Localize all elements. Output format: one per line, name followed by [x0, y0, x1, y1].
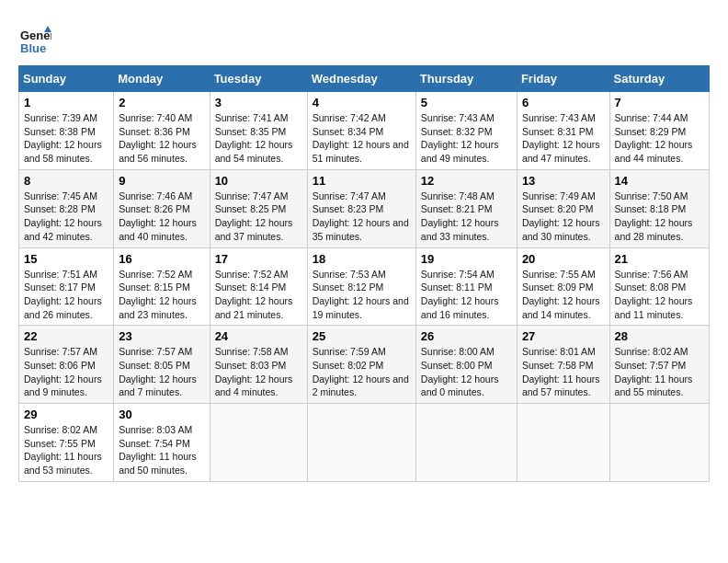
day-info: Sunrise: 8:02 AM Sunset: 7:55 PM Dayligh… — [24, 423, 108, 477]
calendar-day-cell: 22Sunrise: 7:57 AM Sunset: 8:06 PM Dayli… — [19, 326, 114, 404]
calendar-week-row: 22Sunrise: 7:57 AM Sunset: 8:06 PM Dayli… — [19, 326, 710, 404]
day-number: 4 — [313, 96, 411, 109]
calendar-day-cell: 23Sunrise: 7:57 AM Sunset: 8:05 PM Dayli… — [114, 326, 210, 404]
day-number: 19 — [421, 252, 512, 266]
calendar-day-cell: 15Sunrise: 7:51 AM Sunset: 8:17 PM Dayli… — [19, 247, 114, 326]
calendar-day-cell: 11Sunrise: 7:47 AM Sunset: 8:23 PM Dayli… — [307, 169, 415, 247]
day-info: Sunrise: 7:55 AM Sunset: 8:09 PM Dayligh… — [522, 268, 605, 322]
day-info: Sunrise: 7:45 AM Sunset: 8:28 PM Dayligh… — [24, 190, 108, 244]
calendar-day-cell: 4Sunrise: 7:42 AM Sunset: 8:34 PM Daylig… — [307, 92, 415, 170]
day-number: 8 — [24, 174, 108, 188]
calendar-day-cell — [210, 404, 307, 482]
day-info: Sunrise: 7:50 AM Sunset: 8:18 PM Dayligh… — [615, 190, 704, 244]
day-info: Sunrise: 7:59 AM Sunset: 8:02 PM Dayligh… — [313, 345, 411, 399]
calendar-day-cell — [415, 404, 517, 482]
calendar-day-cell: 12Sunrise: 7:48 AM Sunset: 8:21 PM Dayli… — [415, 169, 517, 247]
day-number: 24 — [215, 329, 302, 343]
calendar-day-cell: 2Sunrise: 7:40 AM Sunset: 8:36 PM Daylig… — [114, 92, 210, 170]
svg-text:Blue: Blue — [20, 41, 46, 55]
calendar-day-cell: 5Sunrise: 7:43 AM Sunset: 8:32 PM Daylig… — [415, 92, 517, 170]
day-info: Sunrise: 7:58 AM Sunset: 8:03 PM Dayligh… — [215, 345, 302, 399]
calendar-day-cell: 27Sunrise: 8:01 AM Sunset: 7:58 PM Dayli… — [517, 326, 609, 404]
day-info: Sunrise: 7:43 AM Sunset: 8:31 PM Dayligh… — [522, 111, 605, 166]
day-number: 23 — [119, 329, 204, 343]
day-info: Sunrise: 7:54 AM Sunset: 8:11 PM Dayligh… — [421, 268, 512, 322]
day-info: Sunrise: 7:52 AM Sunset: 8:14 PM Dayligh… — [215, 268, 302, 322]
weekday-header: Tuesday — [210, 66, 307, 92]
day-number: 11 — [313, 174, 411, 188]
calendar-day-cell: 7Sunrise: 7:44 AM Sunset: 8:29 PM Daylig… — [609, 92, 709, 170]
calendar-day-cell — [517, 404, 609, 482]
calendar-day-cell: 25Sunrise: 7:59 AM Sunset: 8:02 PM Dayli… — [307, 326, 415, 404]
day-info: Sunrise: 8:00 AM Sunset: 8:00 PM Dayligh… — [421, 345, 512, 399]
calendar-week-row: 15Sunrise: 7:51 AM Sunset: 8:17 PM Dayli… — [19, 247, 710, 326]
calendar-day-cell: 9Sunrise: 7:46 AM Sunset: 8:26 PM Daylig… — [114, 169, 210, 247]
calendar-table: SundayMondayTuesdayWednesdayThursdayFrid… — [18, 65, 710, 482]
calendar-day-cell: 10Sunrise: 7:47 AM Sunset: 8:25 PM Dayli… — [210, 169, 307, 247]
day-number: 12 — [421, 174, 512, 188]
day-info: Sunrise: 8:02 AM Sunset: 7:57 PM Dayligh… — [615, 345, 704, 399]
day-number: 10 — [215, 174, 302, 188]
day-number: 27 — [522, 329, 605, 343]
day-number: 7 — [615, 96, 704, 109]
day-number: 14 — [615, 174, 704, 188]
calendar-week-row: 8Sunrise: 7:45 AM Sunset: 8:28 PM Daylig… — [19, 169, 710, 247]
day-number: 2 — [119, 96, 204, 109]
day-number: 15 — [24, 252, 108, 266]
calendar-week-row: 1Sunrise: 7:39 AM Sunset: 8:38 PM Daylig… — [19, 92, 710, 170]
day-number: 29 — [24, 408, 108, 421]
weekday-header: Monday — [114, 66, 210, 92]
day-number: 20 — [522, 252, 605, 266]
weekday-header-row: SundayMondayTuesdayWednesdayThursdayFrid… — [19, 66, 710, 92]
weekday-header: Thursday — [415, 66, 517, 92]
day-info: Sunrise: 8:01 AM Sunset: 7:58 PM Dayligh… — [522, 345, 605, 399]
day-info: Sunrise: 7:46 AM Sunset: 8:26 PM Dayligh… — [119, 190, 204, 244]
day-info: Sunrise: 7:47 AM Sunset: 8:25 PM Dayligh… — [215, 190, 302, 244]
calendar-day-cell: 29Sunrise: 8:02 AM Sunset: 7:55 PM Dayli… — [19, 404, 114, 482]
day-number: 30 — [119, 408, 204, 421]
calendar-day-cell: 20Sunrise: 7:55 AM Sunset: 8:09 PM Dayli… — [517, 247, 609, 326]
day-info: Sunrise: 7:41 AM Sunset: 8:35 PM Dayligh… — [215, 111, 302, 166]
calendar-day-cell: 26Sunrise: 8:00 AM Sunset: 8:00 PM Dayli… — [415, 326, 517, 404]
day-number: 18 — [313, 252, 411, 266]
day-info: Sunrise: 7:51 AM Sunset: 8:17 PM Dayligh… — [24, 268, 108, 322]
calendar-week-row: 29Sunrise: 8:02 AM Sunset: 7:55 PM Dayli… — [19, 404, 710, 482]
day-number: 25 — [313, 329, 411, 343]
day-info: Sunrise: 7:48 AM Sunset: 8:21 PM Dayligh… — [421, 190, 512, 244]
day-info: Sunrise: 7:56 AM Sunset: 8:08 PM Dayligh… — [615, 268, 704, 322]
day-info: Sunrise: 7:57 AM Sunset: 8:05 PM Dayligh… — [119, 345, 204, 399]
calendar-day-cell: 3Sunrise: 7:41 AM Sunset: 8:35 PM Daylig… — [210, 92, 307, 170]
day-number: 9 — [119, 174, 204, 188]
calendar-day-cell: 21Sunrise: 7:56 AM Sunset: 8:08 PM Dayli… — [609, 247, 709, 326]
day-info: Sunrise: 7:47 AM Sunset: 8:23 PM Dayligh… — [313, 190, 411, 244]
calendar-day-cell: 24Sunrise: 7:58 AM Sunset: 8:03 PM Dayli… — [210, 326, 307, 404]
day-info: Sunrise: 7:52 AM Sunset: 8:15 PM Dayligh… — [119, 268, 204, 322]
day-info: Sunrise: 7:53 AM Sunset: 8:12 PM Dayligh… — [313, 268, 411, 322]
weekday-header: Saturday — [609, 66, 709, 92]
day-number: 13 — [522, 174, 605, 188]
logo-icon: General Blue — [18, 23, 51, 56]
day-info: Sunrise: 7:44 AM Sunset: 8:29 PM Dayligh… — [615, 111, 704, 166]
calendar-day-cell — [609, 404, 709, 482]
day-number: 16 — [119, 252, 204, 266]
day-number: 5 — [421, 96, 512, 109]
weekday-header: Friday — [517, 66, 609, 92]
calendar-day-cell — [307, 404, 415, 482]
calendar-day-cell: 16Sunrise: 7:52 AM Sunset: 8:15 PM Dayli… — [114, 247, 210, 326]
weekday-header: Sunday — [19, 66, 114, 92]
day-number: 22 — [24, 329, 108, 343]
day-info: Sunrise: 8:03 AM Sunset: 7:54 PM Dayligh… — [119, 423, 204, 477]
logo: General Blue — [18, 23, 55, 56]
day-number: 17 — [215, 252, 302, 266]
day-number: 28 — [615, 329, 704, 343]
weekday-header: Wednesday — [307, 66, 415, 92]
day-number: 1 — [24, 96, 108, 109]
day-info: Sunrise: 7:40 AM Sunset: 8:36 PM Dayligh… — [119, 111, 204, 166]
calendar-day-cell: 14Sunrise: 7:50 AM Sunset: 8:18 PM Dayli… — [609, 169, 709, 247]
calendar-day-cell: 8Sunrise: 7:45 AM Sunset: 8:28 PM Daylig… — [19, 169, 114, 247]
day-info: Sunrise: 7:49 AM Sunset: 8:20 PM Dayligh… — [522, 190, 605, 244]
day-info: Sunrise: 7:43 AM Sunset: 8:32 PM Dayligh… — [421, 111, 512, 166]
day-info: Sunrise: 7:39 AM Sunset: 8:38 PM Dayligh… — [24, 111, 108, 166]
calendar-day-cell: 30Sunrise: 8:03 AM Sunset: 7:54 PM Dayli… — [114, 404, 210, 482]
day-info: Sunrise: 7:57 AM Sunset: 8:06 PM Dayligh… — [24, 345, 108, 399]
